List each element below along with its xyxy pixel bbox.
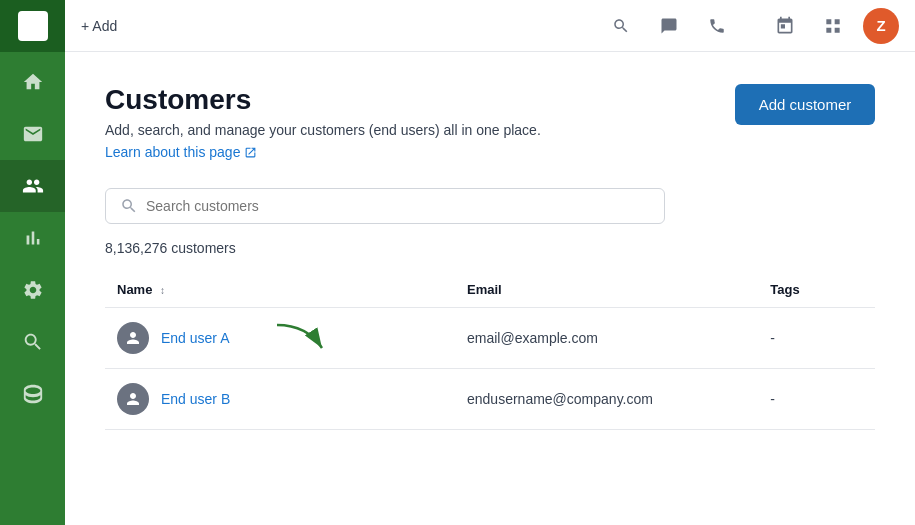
page-title: Customers — [105, 84, 541, 116]
search-input[interactable] — [146, 198, 650, 214]
sidebar-item-reports[interactable] — [0, 212, 65, 264]
add-customer-button[interactable]: Add customer — [735, 84, 875, 125]
page-content: Customers Add, search, and manage your c… — [65, 52, 915, 525]
col-header-tags: Tags — [758, 272, 875, 308]
search-icon[interactable] — [603, 8, 639, 44]
sidebar-nav — [0, 52, 65, 420]
grid-icon[interactable] — [815, 8, 851, 44]
page-title-block: Customers Add, search, and manage your c… — [105, 84, 541, 160]
sidebar-item-home[interactable] — [0, 56, 65, 108]
page-subtitle: Add, search, and manage your customers (… — [105, 122, 541, 138]
sidebar-item-settings[interactable] — [0, 264, 65, 316]
sidebar-item-inbox[interactable] — [0, 108, 65, 160]
learn-about-link[interactable]: Learn about this page — [105, 144, 541, 160]
arrow-indicator — [272, 320, 332, 360]
table-row: End user A — [105, 308, 875, 369]
user-avatar-b — [117, 383, 149, 415]
add-button[interactable]: + Add — [81, 18, 117, 34]
name-cell: End user B — [105, 369, 455, 430]
email-cell-a: email@example.com — [455, 308, 758, 369]
calendar-icon[interactable] — [767, 8, 803, 44]
col-header-name[interactable]: Name ↕ — [105, 272, 455, 308]
logo-icon — [18, 11, 48, 41]
col-header-email: Email — [455, 272, 758, 308]
page-header: Customers Add, search, and manage your c… — [105, 84, 875, 160]
customers-table: Name ↕ Email Tags — [105, 272, 875, 430]
email-cell-b: endusername@company.com — [455, 369, 758, 430]
sort-icon: ↕ — [160, 285, 165, 296]
user-avatar[interactable]: Z — [863, 8, 899, 44]
tags-cell-b: - — [758, 369, 875, 430]
search-bar[interactable] — [105, 188, 665, 224]
customer-count: 8,136,276 customers — [105, 240, 875, 256]
sidebar-item-data[interactable] — [0, 368, 65, 420]
sidebar-item-customers[interactable] — [0, 160, 65, 212]
sidebar-logo[interactable] — [0, 0, 65, 52]
phone-icon[interactable] — [699, 8, 735, 44]
chat-icon[interactable] — [651, 8, 687, 44]
main-wrapper: + Add Z Customers Add, search, and manag… — [65, 0, 915, 525]
user-avatar-a — [117, 322, 149, 354]
topbar: + Add Z — [65, 0, 915, 52]
user-name-link-b[interactable]: End user B — [161, 391, 230, 407]
table-row: End user B endusername@company.com - — [105, 369, 875, 430]
sidebar — [0, 0, 65, 525]
name-cell: End user A — [105, 308, 455, 369]
tags-cell-a: - — [758, 308, 875, 369]
user-name-link-a[interactable]: End user A — [161, 330, 230, 346]
search-icon — [120, 197, 138, 215]
sidebar-item-search[interactable] — [0, 316, 65, 368]
